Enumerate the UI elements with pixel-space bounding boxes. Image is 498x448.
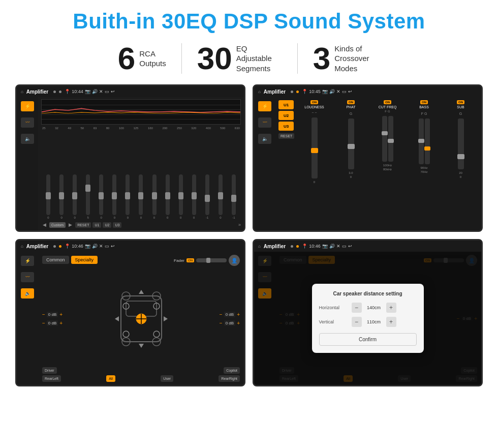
left-vol-bottom-minus[interactable]: − (42, 320, 45, 326)
sidebar-eq-icon-3[interactable]: ⚡ (21, 256, 34, 266)
profile-button[interactable]: 👤 (229, 255, 240, 266)
loudness-fader-thumb[interactable] (311, 148, 318, 153)
home-icon[interactable]: ⌂ (21, 89, 23, 94)
eq-slider-thumb-10[interactable] (178, 192, 183, 199)
cs-tab-specialty[interactable]: Specialty (71, 256, 98, 264)
stat-rca-number: 6 (118, 43, 135, 74)
eq-preset-custom[interactable]: Custom (49, 222, 66, 228)
eq-slider-thumb-11[interactable] (192, 192, 197, 199)
bass-fader-2[interactable] (425, 118, 430, 164)
bass-fader-1[interactable] (419, 118, 424, 164)
eq-slider-thumb-12[interactable] (205, 195, 210, 202)
eq-slider-track-1[interactable] (59, 174, 64, 215)
sidebar-speaker-icon-3[interactable]: 🔈 (21, 288, 34, 298)
loudness-fader[interactable] (312, 117, 318, 178)
copilot-button[interactable]: Copilot (224, 367, 240, 374)
back-icon-3[interactable]: ↩ (111, 244, 115, 249)
eq-slider-track-0[interactable] (46, 174, 50, 215)
eq-slider-track-14[interactable] (232, 174, 236, 215)
all-button[interactable]: All (106, 375, 115, 382)
left-vol-top-minus[interactable]: − (42, 312, 45, 317)
cutfreq-thumb-g[interactable] (388, 139, 394, 143)
bass-thumb-1[interactable] (418, 139, 424, 143)
eq-slider-track-5[interactable] (112, 174, 116, 215)
eq-slider-thumb-13[interactable] (218, 192, 223, 199)
sub-fader[interactable] (458, 118, 464, 169)
eq-slider-track-12[interactable] (205, 174, 209, 215)
amp-preset-u1[interactable]: U1 (278, 100, 294, 109)
sidebar-wave-icon-3[interactable]: 〰 (21, 272, 34, 282)
phat-fader-thumb[interactable] (348, 144, 355, 149)
eq-slider-track-11[interactable] (192, 174, 196, 215)
fader-bar[interactable] (196, 258, 227, 262)
sidebar-eq-icon-2[interactable]: ⚡ (258, 101, 271, 111)
sidebar-eq-icon[interactable]: ⚡ (21, 101, 34, 111)
eq-slider-thumb-2[interactable] (72, 192, 77, 199)
right-vol-bottom-plus[interactable]: + (237, 320, 240, 326)
right-vol-top-plus[interactable]: + (237, 312, 240, 317)
eq-slider-thumb-3[interactable] (85, 185, 90, 192)
eq-slider-track-10[interactable] (179, 174, 183, 215)
home-icon-2[interactable]: ⌂ (258, 89, 261, 94)
sidebar-speaker-icon-2[interactable]: 🔈 (258, 134, 271, 144)
eq-u3-button[interactable]: U3 (113, 222, 121, 228)
eq-slider-thumb-8[interactable] (152, 192, 157, 199)
phat-fader[interactable] (348, 118, 354, 169)
eq-slider-track-13[interactable] (219, 174, 223, 215)
amp-preset-u3[interactable]: U3 (278, 122, 294, 131)
eq-slider-thumb-1[interactable] (59, 192, 64, 199)
fader-thumb[interactable] (206, 258, 210, 263)
eq-slider-thumb-14[interactable] (231, 195, 236, 202)
eq-slider-track-6[interactable] (126, 174, 130, 215)
cs-tab-common[interactable]: Common (42, 256, 69, 264)
horizontal-minus-button[interactable]: − (352, 303, 362, 313)
eq-slider-track-3[interactable] (86, 174, 90, 215)
eq-slider-track-7[interactable] (139, 174, 143, 215)
rearright-button[interactable]: RearRight (219, 375, 240, 382)
eq-slider-thumb-5[interactable] (112, 192, 117, 199)
eq-slider-track-4[interactable] (99, 174, 103, 215)
back-icon-4[interactable]: ↩ (348, 244, 352, 249)
eq-slider-thumb-4[interactable] (99, 192, 104, 199)
eq-slider-thumb-6[interactable] (125, 192, 130, 199)
left-vol-bottom-plus[interactable]: + (59, 320, 63, 326)
back-icon[interactable]: ↩ (111, 89, 115, 94)
cutfreq-fader-f[interactable] (382, 116, 387, 162)
right-vol-top-minus[interactable]: − (220, 312, 223, 317)
eq-slider-track-2[interactable] (73, 174, 77, 215)
amp-preset-u2[interactable]: U2 (278, 111, 294, 120)
eq-slider-track-8[interactable] (152, 174, 157, 215)
amp-reset-button[interactable]: RESET (278, 133, 294, 139)
back-icon-2[interactable]: ↩ (348, 89, 352, 94)
home-icon-3[interactable]: ⌂ (21, 244, 23, 249)
confirm-button[interactable]: Confirm (319, 333, 417, 346)
eq-expand-icon[interactable]: » (238, 222, 241, 227)
sidebar-speaker-icon[interactable]: 🔈 (21, 134, 34, 144)
sidebar-wave-icon-2[interactable]: 〰 (258, 117, 271, 128)
driver-button[interactable]: Driver (42, 367, 57, 374)
right-vol-bottom-minus[interactable]: − (220, 320, 223, 326)
vertical-minus-button[interactable]: − (352, 317, 362, 327)
cutfreq-thumb-f[interactable] (382, 131, 388, 135)
eq-val-12: -1 (206, 216, 208, 219)
bass-f-label: F G (421, 112, 427, 115)
cutfreq-fader-g[interactable] (388, 116, 393, 162)
eq-slider-thumb-0[interactable] (46, 192, 51, 199)
rearleft-button[interactable]: RearLeft (42, 375, 61, 382)
eq-u2-button[interactable]: U2 (103, 222, 111, 228)
bass-thumb-2[interactable] (424, 146, 430, 151)
horizontal-plus-button[interactable]: + (386, 303, 396, 313)
vertical-plus-button[interactable]: + (386, 317, 396, 327)
user-button[interactable]: User (161, 375, 173, 382)
eq-reset-button[interactable]: RESET (75, 222, 91, 228)
eq-slider-track-9[interactable] (166, 174, 170, 215)
eq-slider-thumb-9[interactable] (165, 192, 170, 199)
eq-slider-thumb-7[interactable] (138, 192, 143, 199)
eq-next-button[interactable]: ▶ (67, 221, 74, 228)
home-icon-4[interactable]: ⌂ (258, 244, 261, 249)
sidebar-wave-icon[interactable]: 〰 (21, 117, 34, 128)
left-vol-top-plus[interactable]: + (59, 312, 63, 317)
sub-fader-thumb[interactable] (457, 154, 464, 159)
eq-u1-button[interactable]: U1 (92, 222, 101, 228)
eq-prev-button[interactable]: ◀ (41, 221, 48, 228)
